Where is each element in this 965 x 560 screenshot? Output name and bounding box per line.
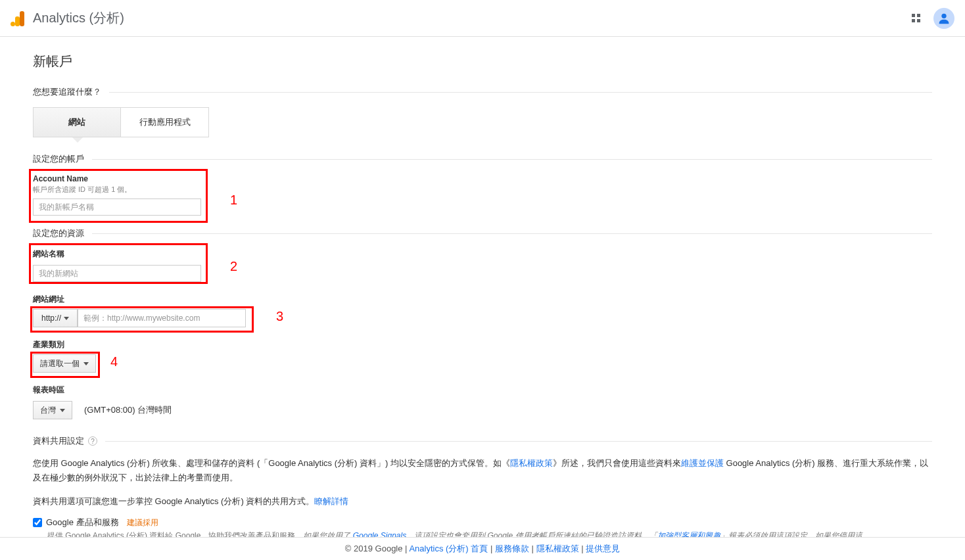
timezone-country-value: 台灣 (40, 405, 56, 416)
privacy-policy-link[interactable]: 隱私權政策 (510, 458, 553, 468)
learn-more-link[interactable]: 瞭解詳情 (314, 496, 348, 506)
svg-point-0 (941, 13, 946, 18)
annotation-4: 4 (110, 354, 118, 369)
website-name-input[interactable] (33, 265, 201, 282)
footer-feedback-link[interactable]: 提供意見 (586, 544, 620, 553)
account-name-label: Account Name (33, 174, 932, 183)
footer-privacy-link[interactable]: 隱私權政策 (536, 544, 579, 553)
tab-website[interactable]: 網站 (33, 107, 121, 137)
user-avatar[interactable] (933, 8, 954, 29)
person-icon (937, 11, 951, 26)
website-url-input[interactable] (78, 309, 246, 327)
protocol-select[interactable]: http:// (33, 309, 78, 327)
caret-down-icon (64, 317, 69, 320)
maintain-protect-link[interactable]: 維護並保護 (681, 458, 724, 468)
timezone-value: (GMT+08:00) 台灣時間 (84, 404, 172, 416)
section-data-sharing-label: 資料共用設定 (33, 435, 84, 447)
section-setup-property: 設定您的資源 (33, 227, 932, 239)
timezone-label: 報表時區 (33, 385, 932, 396)
annotation-3: 3 (276, 309, 283, 324)
account-name-hint: 帳戶所含追蹤 ID 可超過 1 個。 (33, 185, 932, 195)
timezone-group: 報表時區 台灣 (GMT+08:00) 台灣時間 (33, 385, 932, 419)
footer-terms-link[interactable]: 服務條款 (495, 544, 529, 553)
google-products-checkbox-row: Google 產品和服務 建議採用 (33, 517, 932, 528)
analytics-logo-icon (11, 11, 25, 26)
tracking-type-tabs: 網站 行動應用程式 (33, 107, 932, 137)
header-right (909, 8, 954, 29)
annotation-1: 1 (230, 193, 237, 208)
annotation-2: 2 (230, 259, 237, 274)
section-data-sharing: 資料共用設定 ? (33, 435, 932, 447)
google-products-label: Google 產品和服務 (46, 517, 119, 528)
data-sharing-intro-1: 您使用 Google Analytics (分析) 所收集、處理和儲存的資料 (… (33, 456, 932, 485)
section-track-what-label: 您想要追蹤什麼？ (33, 86, 101, 98)
app-header: Analytics (分析) (0, 0, 965, 37)
tab-mobile-app[interactable]: 行動應用程式 (121, 107, 209, 137)
account-name-input[interactable] (33, 198, 201, 216)
caret-down-icon (60, 409, 65, 412)
footer-home-link[interactable]: Analytics (分析) 首頁 (409, 544, 488, 553)
footer-copyright: © 2019 Google | (345, 544, 410, 553)
main-content: 新帳戶 您想要追蹤什麼？ 網站 行動應用程式 設定您的帳戶 Account Na… (0, 37, 965, 560)
section-setup-account-label: 設定您的帳戶 (33, 153, 84, 165)
apps-grid-icon[interactable] (909, 11, 923, 25)
recommend-tag: 建議採用 (127, 517, 158, 528)
website-name-label: 網站名稱 (33, 248, 932, 260)
account-name-group: Account Name 帳戶所含追蹤 ID 可超過 1 個。 1 (33, 174, 932, 216)
data-sharing-intro-2: 資料共用選項可讓您進一步掌控 Google Analytics (分析) 資料的… (33, 494, 932, 509)
section-track-what: 您想要追蹤什麼？ (33, 86, 932, 98)
page-footer: © 2019 Google | Analytics (分析) 首頁 | 服務條款… (0, 537, 965, 560)
industry-group: 產業類別 請選取一個 4 (33, 339, 932, 373)
website-url-group: 網站網址 http:// 3 (33, 294, 932, 327)
section-setup-account: 設定您的帳戶 (33, 153, 932, 165)
protocol-value: http:// (41, 314, 61, 323)
industry-label: 產業類別 (33, 339, 932, 350)
page-title: 新帳戶 (33, 53, 932, 70)
caret-down-icon (83, 362, 89, 365)
timezone-country-select[interactable]: 台灣 (33, 401, 72, 419)
google-products-checkbox[interactable] (33, 518, 42, 527)
website-name-group: 網站名稱 2 (33, 248, 932, 282)
website-url-label: 網站網址 (33, 294, 932, 305)
help-icon[interactable]: ? (88, 436, 97, 446)
section-setup-property-label: 設定您的資源 (33, 227, 84, 239)
header-left: Analytics (分析) (11, 9, 124, 27)
industry-value: 請選取一個 (40, 358, 80, 369)
industry-select[interactable]: 請選取一個 (33, 354, 96, 373)
app-title: Analytics (分析) (33, 9, 124, 27)
